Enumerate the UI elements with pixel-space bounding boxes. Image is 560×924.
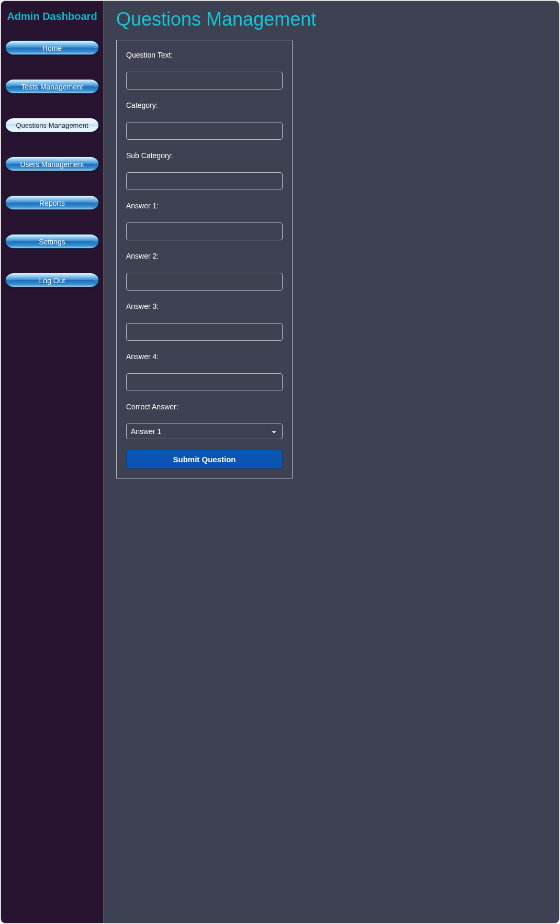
group-answer-2: Answer 2: xyxy=(126,252,283,291)
input-category[interactable] xyxy=(126,122,283,140)
sidebar-nav: Home Tests Management Questions Manageme… xyxy=(1,40,103,287)
input-answer-4[interactable] xyxy=(126,373,283,391)
label-correct-answer: Correct Answer: xyxy=(126,403,283,411)
nav-link-home[interactable]: Home xyxy=(5,40,99,55)
sidebar-item-home: Home xyxy=(5,40,99,55)
group-question-text: Question Text: xyxy=(126,51,283,90)
main-content: Questions Management Question Text: Cate… xyxy=(104,1,559,923)
page-title: Questions Management xyxy=(116,8,546,30)
sidebar-item-logout: Log Out xyxy=(5,273,99,287)
submit-question-button[interactable]: Submit Question xyxy=(126,450,283,469)
group-answer-1: Answer 1: xyxy=(126,202,283,240)
sidebar-item-users: Users Management xyxy=(5,157,99,171)
question-form: Question Text: Category: Sub Category: A… xyxy=(116,40,293,478)
label-answer-2: Answer 2: xyxy=(126,252,283,260)
label-category: Category: xyxy=(126,101,283,109)
group-category: Category: xyxy=(126,101,283,140)
label-answer-1: Answer 1: xyxy=(126,202,283,210)
nav-link-logout[interactable]: Log Out xyxy=(5,273,99,287)
input-answer-3[interactable] xyxy=(126,323,283,341)
nav-link-settings[interactable]: Settings xyxy=(5,234,99,249)
label-answer-3: Answer 3: xyxy=(126,302,283,310)
nav-link-users[interactable]: Users Management xyxy=(5,157,99,171)
input-answer-2[interactable] xyxy=(126,273,283,291)
sidebar-title: Admin Dashboard xyxy=(1,10,103,23)
nav-link-tests[interactable]: Tests Management xyxy=(5,79,99,94)
label-answer-4: Answer 4: xyxy=(126,352,283,361)
sidebar-item-settings: Settings xyxy=(5,234,99,249)
app-window: Admin Dashboard Home Tests Management Qu… xyxy=(0,0,560,924)
label-question-text: Question Text: xyxy=(126,51,283,59)
input-sub-category[interactable] xyxy=(126,172,283,190)
group-answer-3: Answer 3: xyxy=(126,302,283,341)
sidebar: Admin Dashboard Home Tests Management Qu… xyxy=(1,1,104,923)
group-answer-4: Answer 4: xyxy=(126,352,283,391)
input-question-text[interactable] xyxy=(126,72,283,90)
group-sub-category: Sub Category: xyxy=(126,151,283,190)
label-sub-category: Sub Category: xyxy=(126,151,283,160)
sidebar-item-reports: Reports xyxy=(5,195,99,210)
nav-link-questions[interactable]: Questions Management xyxy=(5,118,99,132)
sidebar-item-tests: Tests Management xyxy=(5,79,99,94)
input-answer-1[interactable] xyxy=(126,222,283,240)
select-correct-answer[interactable]: Answer 1 Answer 2 Answer 3 Answer 4 xyxy=(126,424,283,439)
group-correct-answer: Correct Answer: Answer 1 Answer 2 Answer… xyxy=(126,403,283,439)
sidebar-item-questions: Questions Management xyxy=(5,118,99,132)
nav-link-reports[interactable]: Reports xyxy=(5,195,99,210)
